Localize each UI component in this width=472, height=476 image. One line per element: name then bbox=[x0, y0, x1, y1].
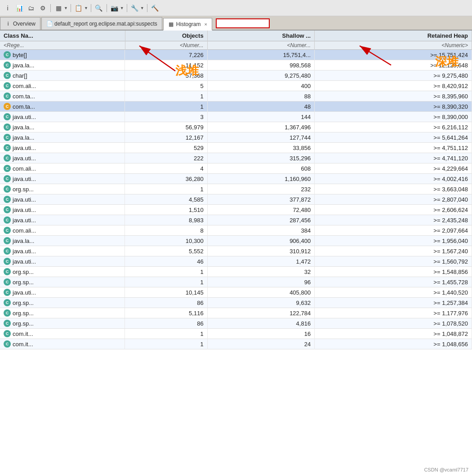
cell-shallow: 48 bbox=[207, 101, 315, 112]
cell-shallow: 400 bbox=[207, 81, 315, 91]
extra-dropdown[interactable]: 🔧 ▼ bbox=[130, 3, 144, 13]
table-row[interactable]: Cjava.uti...10,145405,800>= 1,440,520 bbox=[0, 287, 472, 298]
cell-classname: Ccom.ali... bbox=[0, 225, 125, 235]
cell-shallow: 127,744 bbox=[207, 132, 315, 143]
filter-classname[interactable]: <Rege... bbox=[0, 41, 125, 50]
table-row[interactable]: Corg.sp...132>= 1,548,856 bbox=[0, 267, 472, 277]
cell-shallow: 1,472 bbox=[207, 256, 315, 267]
cell-shallow: 377,872 bbox=[207, 194, 315, 205]
table-row[interactable]: Cjava.uti...8,983287,456>= 2,435,248 bbox=[0, 215, 472, 225]
table-row[interactable]: Corg.sp...5,116122,784>= 1,177,976 bbox=[0, 308, 472, 318]
tab-overview[interactable]: i Overview bbox=[0, 17, 40, 30]
col-header-retained[interactable]: Retained Heap bbox=[315, 31, 472, 41]
table-row[interactable]: Cchar[]57,3689,275,480>= 9,275,480 bbox=[0, 71, 472, 81]
table-row[interactable]: Ccom.ta...188>= 8,395,960 bbox=[0, 91, 472, 101]
table-row[interactable]: Cjava.uti...3144>= 8,390,000 bbox=[0, 112, 472, 122]
class-name-text: java.uti... bbox=[13, 289, 36, 296]
col-header-shallow[interactable]: Shallow ... bbox=[207, 31, 315, 41]
cell-shallow: 9,275,480 bbox=[207, 71, 315, 81]
table-row[interactable]: Ccom.it...116>= 1,048,872 bbox=[0, 329, 472, 339]
cell-objects: 36,280 bbox=[125, 174, 207, 184]
class-name-text: java.uti... bbox=[13, 145, 36, 151]
cell-objects: 10,300 bbox=[125, 236, 207, 246]
tab-search-input[interactable] bbox=[216, 18, 270, 28]
cell-classname: Ccom.ta... bbox=[0, 91, 125, 101]
table-row[interactable]: Cjava.la...56,9791,367,496>= 6,216,112 bbox=[0, 122, 472, 132]
class-name-text: java.uti... bbox=[13, 207, 36, 213]
col-header-objects[interactable]: Objects bbox=[125, 31, 207, 41]
table-row[interactable]: Ccom.ali...4608>= 4,229,664 bbox=[0, 163, 472, 174]
cell-objects: 1 bbox=[125, 184, 207, 194]
class-name-text: org.sp... bbox=[13, 310, 34, 317]
settings-icon[interactable]: ⚙ bbox=[38, 3, 48, 13]
table-row[interactable]: Ccom.ali...5400>= 8,420,912 bbox=[0, 81, 472, 91]
cell-objects: 5 bbox=[125, 81, 207, 91]
table-row[interactable]: Cbyte[]7,22615,751,4...>= 15,751,424 bbox=[0, 50, 472, 60]
table-row[interactable]: Cjava.uti...4,585377,872>= 2,807,040 bbox=[0, 194, 472, 205]
tab-default-report[interactable]: 📄 default_report org.eclipse.mat.api:sus… bbox=[41, 17, 162, 30]
table-row[interactable]: Cjava.la...11,152998,568>= 12,129,648 bbox=[0, 60, 472, 71]
cell-shallow: 405,800 bbox=[207, 287, 315, 298]
class-icon: C bbox=[4, 268, 11, 275]
col-header-classname[interactable]: Class Na... bbox=[0, 31, 125, 41]
cell-classname: Cjava.uti... bbox=[0, 256, 125, 266]
table-row[interactable]: Cjava.uti...461,472>= 1,560,792 bbox=[0, 256, 472, 267]
export-dropdown[interactable]: 📷 ▼ bbox=[110, 3, 124, 13]
layout-arrow[interactable]: ▼ bbox=[84, 6, 88, 10]
table-row[interactable]: Corg.sp...196>= 1,455,728 bbox=[0, 277, 472, 287]
tab-histogram[interactable]: ▦ Histogram × bbox=[163, 18, 212, 31]
table-row[interactable]: Cjava.uti...36,2801,160,960>= 4,002,416 bbox=[0, 174, 472, 184]
table-row[interactable]: Cjava.uti...5,552310,912>= 1,567,240 bbox=[0, 246, 472, 256]
cell-retained: >= 5,641,264 bbox=[315, 132, 472, 143]
class-name-text: com.ta... bbox=[13, 103, 35, 110]
chart-icon[interactable]: 📊 bbox=[14, 3, 24, 13]
table-row[interactable]: Cjava.la...12,167127,744>= 5,641,264 bbox=[0, 132, 472, 143]
cell-objects: 3 bbox=[125, 112, 207, 122]
watermark: CSDN @vcaml7717 bbox=[424, 467, 468, 472]
tab-histogram-label: Histogram bbox=[176, 21, 201, 27]
table-row[interactable]: Cjava.la...10,300906,400>= 1,956,040 bbox=[0, 236, 472, 246]
cell-objects: 8 bbox=[125, 225, 207, 236]
info-icon[interactable]: i bbox=[3, 3, 13, 13]
cell-retained: >= 2,606,624 bbox=[315, 205, 472, 215]
filter-shallow[interactable]: <Numer... bbox=[207, 41, 315, 50]
cell-objects: 1 bbox=[125, 329, 207, 339]
class-icon: C bbox=[4, 165, 11, 172]
cell-shallow: 9,632 bbox=[207, 298, 315, 308]
table-row[interactable]: Cjava.uti...222315,296>= 4,741,120 bbox=[0, 153, 472, 163]
cell-retained: >= 1,560,792 bbox=[315, 256, 472, 267]
export-arrow[interactable]: ▼ bbox=[120, 6, 124, 10]
filter-objects[interactable]: <Numer... bbox=[125, 41, 207, 50]
class-icon: C bbox=[4, 175, 11, 182]
search-icon[interactable]: 🔍 bbox=[94, 3, 104, 13]
tools-icon[interactable]: 🔨 bbox=[150, 3, 160, 13]
tab-close-icon[interactable]: × bbox=[205, 22, 207, 27]
table-row[interactable]: Cjava.uti...1,51072,480>= 2,606,624 bbox=[0, 205, 472, 215]
layout-dropdown[interactable]: 📋 ▼ bbox=[74, 3, 88, 13]
table-row[interactable]: Corg.sp...1232>= 3,663,048 bbox=[0, 184, 472, 194]
class-icon: C bbox=[4, 278, 11, 286]
table-row[interactable]: Cjava.uti...52933,856>= 4,751,112 bbox=[0, 143, 472, 153]
tab-report-label: default_report org.eclipse.mat.api:suspe… bbox=[54, 21, 157, 27]
cell-retained: >= 8,420,912 bbox=[315, 81, 472, 91]
view-arrow[interactable]: ▼ bbox=[64, 6, 68, 10]
table-row[interactable]: Ccom.ta...148>= 8,390,320 bbox=[0, 101, 472, 112]
table-row[interactable]: Ccom.ali...8384>= 2,097,664 bbox=[0, 225, 472, 236]
cell-retained: >= 3,663,048 bbox=[315, 184, 472, 194]
tab-histogram-icon: ▦ bbox=[168, 21, 174, 27]
cell-shallow: 4,816 bbox=[207, 318, 315, 329]
cell-retained: >= 1,048,656 bbox=[315, 339, 472, 349]
extra-arrow[interactable]: ▼ bbox=[140, 6, 144, 10]
cell-classname: Ccom.ali... bbox=[0, 81, 125, 91]
cell-retained: >= 4,741,120 bbox=[315, 153, 472, 163]
table-row[interactable]: Corg.sp...869,632>= 1,257,384 bbox=[0, 298, 472, 308]
cell-shallow: 232 bbox=[207, 184, 315, 194]
grid-icon[interactable]: 🗂 bbox=[26, 3, 36, 13]
class-icon: C bbox=[4, 51, 11, 58]
cell-objects: 1 bbox=[125, 339, 207, 349]
table-row[interactable]: Corg.sp...864,816>= 1,078,520 bbox=[0, 318, 472, 329]
view-dropdown[interactable]: ▦ ▼ bbox=[53, 3, 68, 13]
table-row[interactable]: Ccom.it...124>= 1,048,656 bbox=[0, 339, 472, 349]
filter-retained[interactable]: <Numeric> bbox=[315, 41, 472, 50]
cell-retained: >= 1,440,520 bbox=[315, 287, 472, 298]
